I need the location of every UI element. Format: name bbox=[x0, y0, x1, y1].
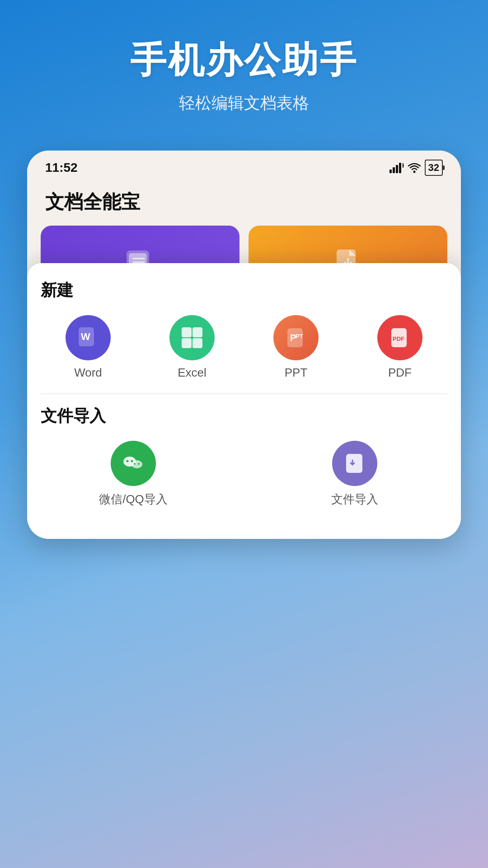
excel-icon bbox=[169, 315, 215, 360]
wifi-icon bbox=[408, 162, 421, 173]
svg-rect-37 bbox=[182, 327, 192, 337]
app-main-title: 手机办公助手 bbox=[18, 36, 470, 85]
svg-point-5 bbox=[413, 171, 415, 173]
status-icons: HD 32 bbox=[389, 160, 443, 176]
phone-mockup: 11:52 HD 32 bbox=[27, 151, 461, 539]
overlay-import-items-row: 微信/QQ导入 文件导入 bbox=[41, 441, 447, 507]
svg-point-49 bbox=[131, 460, 133, 462]
app-title-bar: 文档全能宝 bbox=[27, 180, 461, 226]
svg-rect-0 bbox=[389, 170, 392, 173]
overlay-pdf-item[interactable]: PDF PDF bbox=[352, 315, 447, 380]
svg-rect-38 bbox=[192, 327, 202, 337]
svg-point-48 bbox=[127, 460, 129, 462]
word-label: Word bbox=[74, 366, 102, 380]
app-subtitle: 轻松编辑文档表格 bbox=[18, 92, 470, 114]
svg-point-51 bbox=[138, 463, 140, 465]
status-bar: 11:52 HD 32 bbox=[27, 151, 461, 180]
pdf-label: PDF bbox=[388, 366, 412, 380]
file-import-icon bbox=[332, 441, 377, 486]
svg-text:PT: PT bbox=[296, 333, 303, 340]
battery-icon: 32 bbox=[425, 160, 443, 176]
svg-rect-40 bbox=[192, 338, 202, 348]
overlay-new-items-row: W Word Excel bbox=[41, 315, 447, 380]
svg-rect-1 bbox=[393, 167, 395, 173]
wechat-import-label: 微信/QQ导入 bbox=[99, 491, 168, 507]
svg-text:PDF: PDF bbox=[393, 335, 404, 342]
app-title: 文档全能宝 bbox=[45, 191, 140, 212]
svg-point-47 bbox=[131, 460, 142, 468]
signal-icon: HD bbox=[389, 162, 404, 173]
overlay-import-label: 文件导入 bbox=[41, 405, 447, 427]
overlay-ppt-item[interactable]: P PT PPT bbox=[249, 315, 343, 380]
svg-point-50 bbox=[134, 463, 136, 465]
new-overlay-panel: 新建 W Word bbox=[27, 263, 461, 539]
svg-rect-2 bbox=[396, 165, 398, 173]
excel-label: Excel bbox=[178, 366, 206, 380]
wechat-icon bbox=[111, 441, 156, 486]
ppt-icon: P PT bbox=[273, 315, 319, 360]
overlay-excel-item[interactable]: Excel bbox=[145, 315, 239, 380]
overlay-divider bbox=[41, 393, 447, 394]
svg-rect-3 bbox=[399, 163, 401, 173]
svg-rect-39 bbox=[182, 338, 192, 348]
status-time: 11:52 bbox=[45, 160, 78, 175]
pdf-icon: PDF bbox=[377, 315, 422, 360]
word-icon: W bbox=[66, 315, 111, 360]
overlay-wechat-import[interactable]: 微信/QQ导入 bbox=[41, 441, 226, 507]
svg-text:HD: HD bbox=[402, 162, 404, 169]
overlay-word-item[interactable]: W Word bbox=[41, 315, 136, 380]
overlay-new-label: 新建 bbox=[41, 279, 447, 302]
svg-text:W: W bbox=[81, 331, 90, 342]
app-header-section: 手机办公助手 轻松编辑文档表格 bbox=[0, 0, 488, 132]
overlay-file-import[interactable]: 文件导入 bbox=[262, 441, 447, 507]
file-import-label: 文件导入 bbox=[331, 491, 378, 507]
ppt-label: PPT bbox=[285, 366, 308, 380]
